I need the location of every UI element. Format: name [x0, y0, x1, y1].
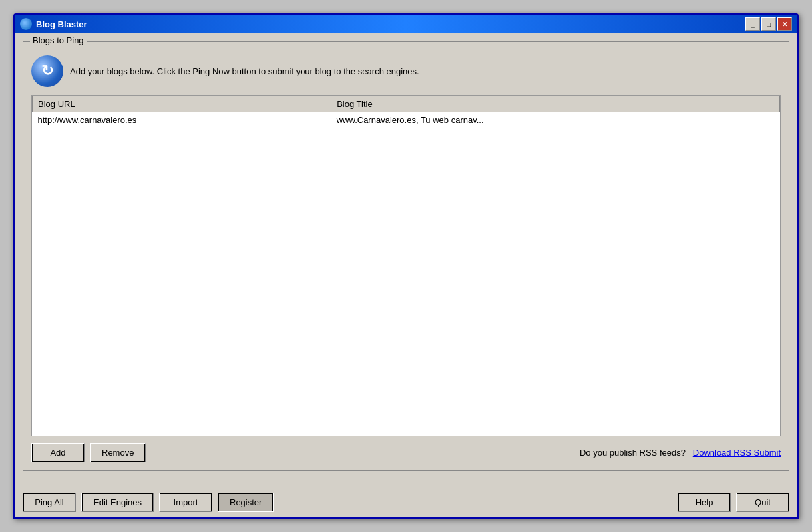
window-body: Blogs to Ping Add your blogs below. Clic…	[15, 33, 797, 487]
minimize-button[interactable]: _	[745, 17, 760, 31]
quit-button[interactable]: Quit	[736, 493, 789, 512]
app-icon	[20, 18, 32, 30]
window-title: Blog Blaster	[36, 19, 87, 29]
add-button[interactable]: Add	[31, 443, 85, 462]
footer-bar: Ping All Edit Engines Import Register He…	[15, 487, 797, 517]
col-url: Blog URL	[33, 96, 331, 112]
edit-engines-button[interactable]: Edit Engines	[81, 493, 154, 512]
blog-table-container: Blog URL Blog Title http://www.carnavale…	[31, 95, 781, 436]
rss-question: Do you publish RSS feeds?	[580, 448, 686, 458]
col-title: Blog Title	[331, 96, 668, 112]
register-button[interactable]: Register	[218, 493, 274, 512]
table-body: http://www.carnavalero.es www.Carnavaler…	[33, 112, 780, 128]
import-button[interactable]: Import	[159, 493, 212, 512]
info-text: Add your blogs below. Click the Ping Now…	[70, 66, 419, 76]
cell-extra	[668, 112, 779, 128]
rss-row: Do you publish RSS feeds? Download RSS S…	[580, 448, 781, 458]
info-row: Add your blogs below. Click the Ping Now…	[31, 55, 781, 87]
inner-buttons-row: Add Remove Do you publish RSS feeds? Dow…	[31, 443, 781, 462]
maximize-button[interactable]: □	[761, 17, 776, 31]
group-label: Blogs to Ping	[30, 35, 87, 45]
table-header: Blog URL Blog Title	[33, 96, 780, 112]
title-bar-left: Blog Blaster	[20, 18, 87, 30]
remove-button[interactable]: Remove	[90, 443, 146, 462]
info-icon	[31, 55, 63, 87]
blog-table: Blog URL Blog Title http://www.carnavale…	[32, 96, 780, 128]
cell-title: www.Carnavalero.es, Tu web carnav...	[331, 112, 668, 128]
cell-url: http://www.carnavalero.es	[33, 112, 331, 128]
window-controls: _ □ ✕	[745, 17, 792, 31]
title-bar: Blog Blaster _ □ ✕	[15, 15, 797, 33]
blogs-group-box: Blogs to Ping Add your blogs below. Clic…	[23, 41, 789, 471]
table-row[interactable]: http://www.carnavalero.es www.Carnavaler…	[33, 112, 780, 128]
col-extra	[668, 96, 779, 112]
close-button[interactable]: ✕	[777, 17, 792, 31]
ping-all-button[interactable]: Ping All	[23, 493, 76, 512]
footer-right: Help Quit	[678, 493, 789, 512]
main-window: Blog Blaster _ □ ✕ Blogs to Ping Add you…	[13, 13, 799, 519]
table-header-row: Blog URL Blog Title	[33, 96, 780, 112]
rss-link[interactable]: Download RSS Submit	[693, 448, 781, 458]
help-button[interactable]: Help	[678, 493, 731, 512]
